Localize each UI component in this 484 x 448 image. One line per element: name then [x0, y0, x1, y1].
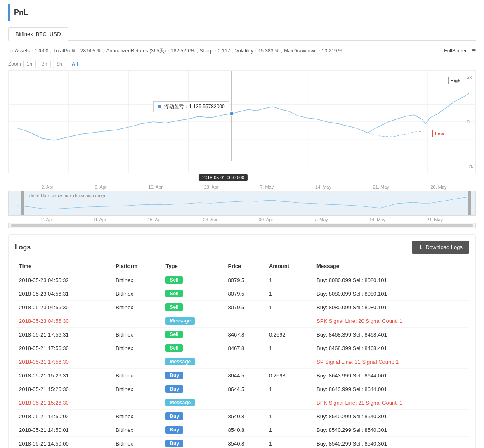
- cell-amount: 1: [265, 287, 312, 301]
- cell-price: [224, 314, 265, 328]
- table-row: 2018-05-21 14:50:00 Bitfinex Buy 8540.8 …: [15, 437, 469, 448]
- cell-time: 2018-05-21 15:26:31: [15, 369, 111, 382]
- zoom-3h[interactable]: 3h: [38, 60, 51, 68]
- x-label-6: 21. May: [373, 185, 389, 190]
- scrollbar-thumb[interactable]: [11, 224, 473, 227]
- mini-x-label-5: 7. May: [314, 217, 328, 222]
- cell-platform: Bitfinex: [111, 287, 161, 301]
- mini-x-label-0: 2. Apr: [41, 217, 53, 222]
- logs-table-header: Time Platform Type Price Amount Message: [15, 260, 469, 273]
- cell-message: SP Signal Line: 31 Signal Count: 1: [312, 355, 469, 369]
- col-time: Time: [15, 260, 111, 273]
- col-message: Message: [312, 260, 469, 273]
- logs-section: Logs ⬇ Download Logs Time Platform Type …: [8, 234, 476, 448]
- cell-type: Buy: [161, 410, 224, 423]
- cell-price: 8079.5: [224, 273, 265, 287]
- cell-time: 2018-05-21 14:50:01: [15, 423, 111, 437]
- cell-platform: Bitfinex: [111, 328, 161, 341]
- mini-x-axis: 2. Apr 9. Apr 16. Apr 23. Apr 30. Apr 7.…: [8, 216, 476, 223]
- cell-amount: 1: [265, 437, 312, 448]
- cell-price: 8540.8: [224, 410, 265, 423]
- zoom-8h[interactable]: 8h: [53, 60, 66, 68]
- cell-amount: [265, 314, 312, 328]
- cell-platform: [111, 314, 161, 328]
- y-label-low: -2k: [467, 164, 473, 169]
- chart-tooltip: 浮动盈亏：1 135.55782000: [153, 101, 229, 112]
- chart-y-labels: 2k 0 -2k: [467, 71, 473, 173]
- type-badge: Sell: [165, 344, 182, 352]
- x-label-7: 28. May: [430, 185, 446, 190]
- horizontal-scrollbar[interactable]: [8, 223, 476, 228]
- mini-chart-handle-right[interactable]: [468, 191, 471, 215]
- cell-price: 8079.5: [224, 301, 265, 314]
- cell-type: Sell: [161, 287, 224, 301]
- crosshair-time-label: 2018-05-01 00:00:00: [199, 174, 248, 181]
- cell-platform: Bitfinex: [111, 341, 161, 355]
- type-badge: Sell: [165, 331, 182, 338]
- cell-amount: 1: [265, 301, 312, 314]
- cell-type: Buy: [161, 423, 224, 437]
- cell-time: 2018-05-23 04:56:30: [15, 301, 111, 314]
- cell-message: Buy: 8643.999 Sell: 8644.001: [312, 369, 469, 382]
- table-row: 2018-05-23 04:56:31 Bitfinex Sell 8079.5…: [15, 287, 469, 301]
- mini-chart-handle-left[interactable]: [21, 191, 24, 215]
- table-row: 2018-05-21 15:26:30 Message BPK Signal L…: [15, 396, 469, 410]
- cell-message: Buy: 8540.299 Sell: 8540.301: [312, 437, 469, 448]
- tab-bitfinex-btc-usd[interactable]: Bitfinex_BTC_USD: [8, 27, 68, 41]
- type-badge: Message: [165, 358, 195, 365]
- high-label: High: [448, 77, 463, 84]
- col-platform: Platform: [111, 260, 161, 273]
- zoom-all[interactable]: All: [68, 60, 82, 68]
- cell-time: 2018-05-21 15:26:30: [15, 382, 111, 396]
- table-row: 2018-05-21 14:50:02 Bitfinex Buy 8540.8 …: [15, 410, 469, 423]
- y-label-high: 2k: [467, 75, 473, 80]
- cell-platform: Bitfinex: [111, 423, 161, 437]
- type-badge: Buy: [165, 372, 183, 379]
- download-logs-button[interactable]: ⬇ Download Logs: [412, 241, 469, 254]
- cell-time: 2018-05-23 04:56:32: [15, 273, 111, 287]
- table-row: 2018-05-23 04:56:32 Bitfinex Sell 8079.5…: [15, 273, 469, 287]
- cell-amount: [265, 396, 312, 410]
- mini-chart[interactable]: dotted line show max drawdown range: [8, 191, 476, 216]
- x-label-3: 23. Apr: [204, 185, 219, 190]
- type-badge: Message: [165, 399, 195, 406]
- page-container: PnL Bitfinex_BTC_USD InitAssets：10000，To…: [0, 0, 484, 448]
- cell-platform: Bitfinex: [111, 437, 161, 448]
- cell-amount: 1: [265, 423, 312, 437]
- crosshair-area: 2018-05-01 00:00:00: [8, 174, 476, 183]
- cell-time: 2018-05-21 14:50:00: [15, 437, 111, 448]
- cell-type: Sell: [161, 273, 224, 287]
- cell-type: Buy: [161, 369, 224, 382]
- mini-x-label-1: 9. Apr: [94, 217, 106, 222]
- fullscreen-button[interactable]: FullScreen: [444, 48, 467, 54]
- y-label-mid: 0: [467, 119, 473, 124]
- type-badge: Message: [165, 317, 195, 325]
- cell-time: 2018-05-23 04:56:30: [15, 314, 111, 328]
- mini-chart-label: dotted line show max drawdown range: [29, 193, 107, 198]
- cell-platform: Bitfinex: [111, 410, 161, 423]
- stats-bar: InitAssets：10000，TotalProfit：28.505 %，An…: [8, 45, 476, 57]
- table-row: 2018-05-21 15:26:31 Bitfinex Buy 8644.5 …: [15, 369, 469, 382]
- cell-price: 8467.8: [224, 328, 265, 341]
- cell-message: SPK Signal Line: 20 Signal Count: 1: [312, 314, 469, 328]
- main-chart: High Low 浮动盈亏：1 135.55782000 2k 0 -2k: [8, 70, 476, 173]
- logs-header: Logs ⬇ Download Logs: [15, 241, 469, 254]
- cell-time: 2018-05-21 15:26:30: [15, 396, 111, 410]
- zoom-1h[interactable]: 1h: [23, 60, 36, 68]
- tooltip-dot: [158, 105, 161, 108]
- cell-time: 2018-05-21 17:56:31: [15, 328, 111, 341]
- col-type: Type: [161, 260, 224, 273]
- cell-amount: 1: [265, 273, 312, 287]
- header-row: Time Platform Type Price Amount Message: [15, 260, 469, 273]
- logs-title: Logs: [15, 244, 31, 251]
- x-label-2: 16. Apr: [148, 185, 163, 190]
- zoom-label: Zoom: [8, 61, 21, 67]
- menu-icon[interactable]: ≡: [472, 47, 476, 55]
- cell-price: 8467.8: [224, 341, 265, 355]
- cell-type: Message: [161, 396, 224, 410]
- download-icon: ⬇: [418, 244, 423, 250]
- cell-price: 8540.8: [224, 437, 265, 448]
- cell-price: 8644.5: [224, 369, 265, 382]
- logs-table: Time Platform Type Price Amount Message …: [15, 260, 469, 448]
- table-row: 2018-05-21 17:56:31 Bitfinex Sell 8467.8…: [15, 328, 469, 341]
